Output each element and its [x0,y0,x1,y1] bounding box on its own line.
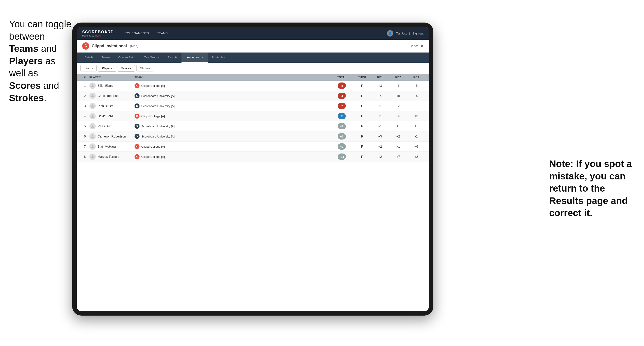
tab-leaderboards[interactable]: Leaderboards [182,52,208,63]
rank-cell: 3 [80,104,90,108]
team-name: Scoreboard University [A] [141,135,174,138]
left-annotation: You can toggle between Teams and Players… [9,18,72,104]
logo-text: SCOREBOARD [82,30,114,34]
player-cell: Marcus Turners [90,154,134,160]
rank-cell: 2 [80,94,90,98]
logo-sub: Powered by clippd [82,34,114,37]
rd3-cell: +6 [407,145,425,148]
team-logo: S [134,124,140,129]
rd2-cell: +2 [389,135,407,138]
team-name: Scoreboard University [A] [141,125,174,128]
player-name: Marcus Turners [98,155,120,159]
table-row: 5 Rees Britt S Scoreboard University [A]… [77,121,429,131]
rd2-cell: E [389,124,407,128]
player-avatar [90,123,96,129]
rd3-cell: +3 [407,114,425,118]
tournament-name: Clippd Invitational [92,44,127,48]
player-cell: Rich Butler [90,103,134,109]
table-header: # PLAYER TEAM TOTAL THRU RD1 RD2 RD3 [77,74,429,81]
svg-point-1 [92,84,94,86]
team-cell: S Scoreboard University [A] [134,103,330,108]
team-name: Clippd College [A] [141,84,165,87]
tournament-logo: C [82,42,90,50]
rank-cell: 6 [80,135,90,138]
score-badge: +6 [338,133,346,140]
player-cell: Elliot Ebert [90,82,134,89]
right-annotation: Note: If you spot a mistake, you can ret… [549,158,635,219]
score-badge: +11 [338,154,346,160]
player-cell: Chris Robertson [90,93,134,99]
total-cell: E [330,113,353,119]
player-name: Rich Butler [98,104,113,108]
player-name: Blair McHarg [98,145,116,148]
team-cell: S Scoreboard University [A] [134,134,330,139]
tab-results[interactable]: Results [164,52,182,63]
player-avatar [90,143,96,150]
toggle-players[interactable]: Players [98,65,116,71]
toggle-strokes[interactable]: Strokes [136,65,154,71]
rank-cell: 5 [80,124,90,128]
thru-cell: F [353,104,371,108]
player-avatar [90,103,96,109]
player-avatar [90,154,96,160]
team-cell: C Clippd College [A] [134,83,330,88]
col-rd1-header: RD1 [371,76,389,79]
rd2-cell: +5 [389,94,407,98]
toggle-row: Teams Players Scores Strokes [77,63,429,74]
team-logo: S [134,93,140,98]
nav-teams[interactable]: TEAMS [153,27,172,40]
sign-out-link[interactable]: Sign out [413,32,424,35]
nav-tournaments[interactable]: TOURNAMENTS [121,27,153,40]
player-cell: David Ford [90,113,134,119]
score-badge: -8 [338,82,346,89]
rd3-cell: -1 [407,104,425,108]
cancel-button[interactable]: Cancel ✕ [410,44,424,48]
svg-point-4 [92,115,94,116]
table-row: 7 Blair McHarg C Clippd College [A] +9 F… [77,142,429,152]
tab-teams[interactable]: Teams [98,52,114,63]
team-name: Scoreboard University [A] [141,94,174,98]
table-body: 1 Elliot Ebert C Clippd College [A] -8 F… [77,81,429,162]
table-row: 6 Cameron Robertson S Scoreboard Univers… [77,131,429,142]
toggle-scores[interactable]: Scores [118,65,135,71]
rd1-cell: +1 [371,114,389,118]
thru-cell: F [353,145,371,148]
svg-point-3 [92,104,94,106]
tab-course-setup[interactable]: Course Setup [114,52,140,63]
team-name: Clippd College [A] [141,145,165,148]
rd3-cell: -1 [407,135,425,138]
thru-cell: F [353,155,371,159]
score-badge: +9 [338,143,346,150]
player-name: Cameron Robertson [98,135,126,138]
total-cell: +11 [330,154,353,160]
total-cell: -4 [330,93,353,99]
user-label: Test User | [396,32,410,35]
total-cell: +6 [330,133,353,140]
score-badge: -2 [338,103,346,109]
col-team-header: TEAM [134,76,330,79]
rd1-cell: +2 [371,145,389,148]
logo-area: SCOREBOARD Powered by clippd [82,30,114,37]
tab-details[interactable]: Details [80,52,98,63]
rd1-cell: +3 [371,84,389,87]
rd2-cell: -2 [389,104,407,108]
tab-printables[interactable]: Printables [208,52,229,63]
rd2-cell: +7 [389,155,407,159]
tab-tee-groups[interactable]: Tee Groups [140,52,164,63]
team-logo: S [134,134,140,139]
team-cell: S Scoreboard University [A] [134,93,330,98]
player-name: Elliot Ebert [98,84,113,87]
rd2-cell: -4 [389,114,407,118]
player-name: Rees Britt [98,124,111,128]
toggle-teams[interactable]: Teams [80,65,96,71]
team-logo: C [134,154,140,159]
app-header: SCOREBOARD Powered by clippd TOURNAMENTS… [77,27,429,40]
total-cell: +1 [330,123,353,129]
team-logo: C [134,114,140,119]
player-name: David Ford [98,114,113,118]
team-name: Clippd College [A] [141,115,165,118]
player-cell: Rees Britt [90,123,134,129]
team-logo: C [134,144,140,149]
team-cell: C Clippd College [A] [134,114,330,119]
player-cell: Cameron Robertson [90,133,134,140]
